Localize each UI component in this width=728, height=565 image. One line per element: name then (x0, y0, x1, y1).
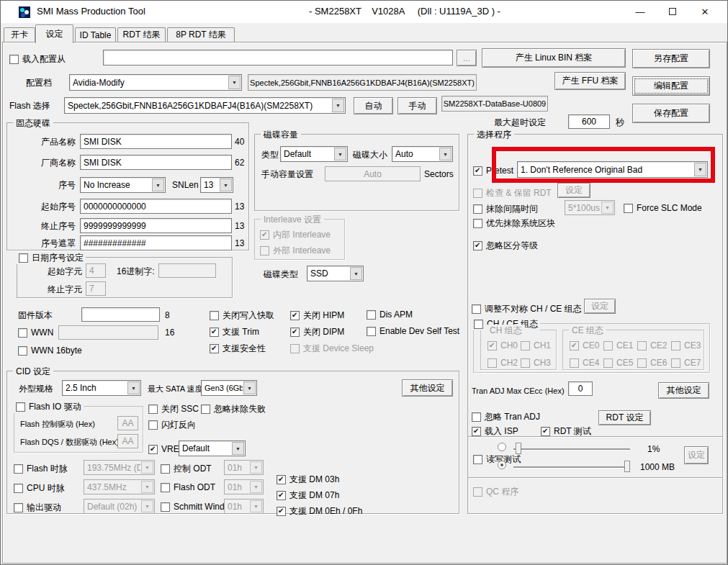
maximize-button[interactable] (661, 1, 684, 22)
ce1-checkbox: CE1 (603, 340, 633, 351)
checkbox-box (148, 404, 158, 414)
edit-config-button[interactable]: 编辑配置 (632, 76, 710, 96)
browse-button[interactable]: ... (457, 50, 477, 66)
tab-rdt-result[interactable]: RDT 结果 (117, 27, 166, 42)
ctrl-odt-select: 01h ▼ (224, 460, 264, 475)
flash-clock-checkbox[interactable]: Flash 时脉 (14, 463, 68, 475)
rw-test-checkbox[interactable]: 读写测试 (473, 453, 521, 466)
date-start-label: 起始字元 (39, 266, 82, 276)
serial-end-label: 终止序号 (28, 221, 76, 231)
ignore-grade-checkbox[interactable]: 忽略区分等级 (473, 240, 538, 252)
firmware-input[interactable] (81, 307, 160, 322)
tran-adj-input[interactable] (568, 381, 593, 396)
tab-settings[interactable]: 设定 (35, 24, 73, 43)
checkbox-box (624, 204, 633, 213)
profile-select[interactable]: Avidia-Modify ▼ (69, 74, 242, 91)
dis-apm-checkbox[interactable]: Dis APM (367, 309, 413, 320)
minimize-button[interactable]: — (629, 1, 652, 22)
flash-select[interactable]: Spectek,256Gbit,FNNB16A256G1KDBAFJ4(B16A… (64, 97, 346, 114)
ce3-checkbox: CE3 (671, 340, 701, 351)
hipm-checkbox[interactable]: 关闭 HIPM (290, 309, 344, 322)
rw-size-radio[interactable] (498, 461, 506, 469)
pretest-select[interactable]: 1. Don't Reference Original Bad ▼ (517, 161, 708, 178)
vref-select[interactable]: Default ▼ (179, 440, 246, 456)
manual-button[interactable]: 手动 (397, 97, 437, 114)
led-invert-checkbox[interactable]: 闪灯反向 (148, 419, 196, 431)
gen-linux-bin-button[interactable]: 产生 Linux BIN 档案 (482, 48, 626, 68)
timeout-input[interactable] (568, 114, 610, 129)
dipm-checkbox[interactable]: 关闭 DIPM (290, 326, 344, 338)
cpu-clock-checkbox[interactable]: CPU 时脉 (14, 482, 65, 494)
close-button[interactable]: ✕ (693, 1, 716, 22)
date-end-input[interactable] (86, 281, 106, 296)
flash-odt-checkbox[interactable]: Flash ODT (161, 482, 215, 492)
dm07-checkbox[interactable]: 支援 DM 07h (277, 489, 339, 502)
rw-percent-slider-thumb[interactable] (516, 443, 521, 454)
flash-ctrl-drive-input[interactable] (117, 416, 138, 430)
serial-start-len: 13 (235, 202, 244, 212)
serial-mask-input[interactable] (80, 235, 232, 250)
profile-label: 配置档 (26, 78, 52, 88)
load-config-input[interactable] (103, 50, 453, 65)
wwn16-checkbox[interactable]: WWN 16byte (18, 345, 82, 356)
sata-speed-select[interactable]: Gen3 (6Gb) ▼ (201, 380, 257, 396)
checkbox-box (290, 327, 300, 337)
output-drive-checkbox[interactable]: 输出驱动 (14, 502, 61, 514)
wwn-checkbox[interactable]: WWN (18, 327, 53, 338)
checkbox-box (290, 344, 300, 353)
tab-open-card[interactable]: 开卡 (4, 27, 35, 42)
checkbox-box (473, 241, 482, 250)
disable-ssc-checkbox[interactable]: 关闭 SSC (148, 403, 199, 415)
checkbox-box (637, 341, 647, 351)
snlen-select[interactable]: 13 ▼ (200, 177, 233, 193)
ignore-erase-fail-checkbox[interactable]: 忽略抹除失败 (201, 403, 266, 415)
dev-self-test-checkbox[interactable]: Enable Dev Self Test (367, 326, 459, 336)
serial-end-input[interactable] (80, 218, 232, 233)
sata-speed-label: 最大 SATA 速度 (148, 384, 203, 394)
dm03-checkbox[interactable]: 支援 DM 03h (277, 474, 339, 486)
save-as-config-button[interactable]: 另存配置 (632, 49, 710, 68)
gen-ffu-button[interactable]: 产生 FFU 档案 (554, 72, 626, 90)
erase-system-blocks-checkbox[interactable]: 优先抹除系统区块 (473, 217, 555, 230)
disk-size-select[interactable]: Auto ▼ (392, 146, 453, 162)
force-slc-checkbox[interactable]: Force SLC Mode (624, 203, 702, 213)
date-serial-checkbox[interactable]: 日期序号设定 (17, 252, 86, 264)
rw-percent-radio[interactable] (498, 443, 506, 451)
form-factor-select[interactable]: 2.5 Inch ▼ (62, 380, 141, 396)
disable-write-cache-checkbox[interactable]: 关闭写入快取 (210, 309, 274, 322)
auto-button[interactable]: 自动 (354, 97, 393, 114)
adjust-asym-chce-checkbox[interactable]: 调整不对称 CH / CE 组态 (472, 303, 582, 315)
manual-capacity-input[interactable] (325, 166, 421, 181)
checkbox-box (521, 358, 530, 368)
cpu-clock-select: 437.5MHz ▼ (84, 479, 155, 494)
cid-other-settings-button[interactable]: 其他设定 (402, 379, 453, 397)
load-config-checkbox[interactable]: 载入配置从 (9, 53, 66, 65)
disk-type-select[interactable]: SSD ▼ (307, 266, 364, 281)
tab-8p-rdt-result[interactable]: 8P RDT 结果 (167, 27, 235, 42)
dm0e-checkbox[interactable]: 支援 DM 0Eh / 0Fh (277, 505, 362, 517)
chevron-down-icon: ▼ (141, 500, 153, 512)
serial-start-input[interactable] (80, 199, 232, 214)
rdt-settings-button[interactable]: RDT 设定 (598, 410, 651, 425)
hex-word-input[interactable] (158, 263, 216, 278)
pretest-checkbox[interactable]: Pretest (473, 166, 513, 176)
serial-mode-select[interactable]: No Increase ▼ (80, 177, 166, 193)
save-config-button[interactable]: 保存配置 (632, 104, 710, 123)
program-other-settings-button[interactable]: 其他设定 (658, 382, 709, 399)
ignore-tran-adj-checkbox[interactable]: 忽略 Tran ADJ (472, 411, 540, 423)
capacity-type-select[interactable]: Default ▼ (280, 146, 348, 162)
tab-id-table[interactable]: ID Table (75, 27, 116, 42)
ctrl-odt-checkbox[interactable]: 控制 ODT (161, 463, 212, 475)
date-start-input[interactable] (86, 263, 106, 278)
security-checkbox[interactable]: 支援安全性 (210, 343, 266, 355)
wwn-input[interactable] (58, 325, 158, 340)
rw-size-slider-thumb[interactable] (624, 461, 630, 472)
product-name-input[interactable] (80, 134, 232, 149)
flash-dqs-drive-input[interactable] (117, 434, 138, 448)
external-interleave-checkbox: 外部 Interleave (260, 245, 331, 257)
rw-percent-slider (513, 448, 630, 450)
erase-interval-checkbox[interactable]: 抹除间隔时间 (473, 203, 538, 215)
flash-io-checkbox[interactable]: Flash IO 驱动 (14, 401, 84, 413)
vendor-name-input[interactable] (80, 155, 232, 170)
trim-checkbox[interactable]: 支援 Trim (210, 326, 259, 338)
